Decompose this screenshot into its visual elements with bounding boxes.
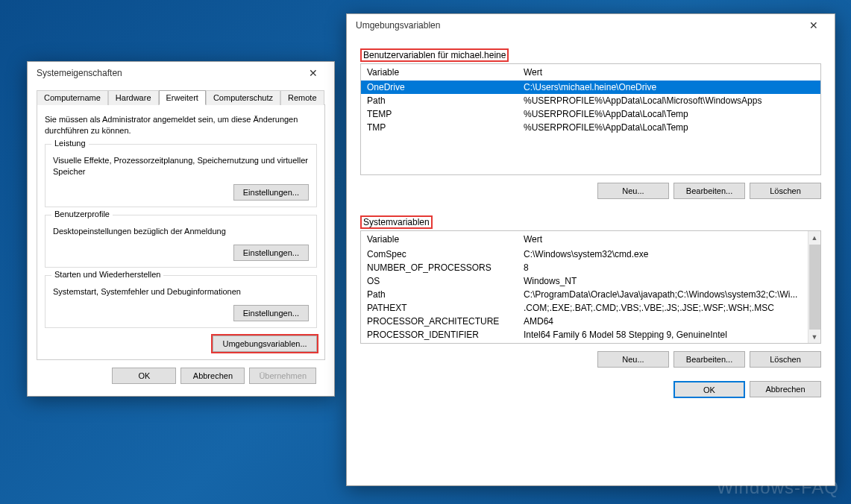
cell-value: .COM;.EXE;.BAT;.CMD;.VBS;.VBE;.JS;.JSE;.…	[518, 302, 808, 314]
cell-variable: Path	[361, 95, 518, 107]
cell-variable: OneDrive	[361, 81, 518, 93]
group-startup-desc: Systemstart, Systemfehler und Debuginfor…	[53, 286, 309, 297]
sys-vars-label: Systemvariablen	[362, 217, 431, 227]
cell-value: C:\ProgramData\Oracle\Java\javapath;C:\W…	[518, 289, 808, 300]
group-profiles-desc: Desktopeinstellungen bezüglich der Anmel…	[53, 226, 309, 237]
scroll-down-icon[interactable]: ▼	[808, 330, 821, 343]
cell-variable: ComSpec	[361, 248, 518, 260]
titlebar[interactable]: Umgebungsvariablen ✕	[347, 14, 835, 37]
group-startup-title: Starten und Wiederherstellen	[51, 270, 163, 279]
tab-remote[interactable]: Remote	[280, 90, 324, 105]
scrollbar[interactable]: ▲ ▼	[808, 231, 820, 343]
cell-variable: PROCESSOR_ARCHITECTURE	[361, 315, 518, 327]
cell-variable: TEMP	[361, 108, 518, 120]
group-startup: Starten und Wiederherstellen Systemstart…	[45, 275, 317, 328]
tab-advanced[interactable]: Erweitert	[159, 90, 206, 105]
sys-vars-list[interactable]: Variable Wert ComSpecC:\Windows\system32…	[360, 230, 821, 344]
titlebar[interactable]: Systemeigenschaften ✕	[28, 62, 334, 84]
user-delete-button[interactable]: Löschen	[750, 183, 821, 199]
cell-value: Intel64 Family 6 Model 58 Stepping 9, Ge…	[518, 329, 808, 341]
group-performance-title: Leistung	[51, 139, 89, 148]
user-edit-button[interactable]: Bearbeiten...	[673, 183, 745, 199]
table-row[interactable]: PROCESSOR_IDENTIFIERIntel64 Family 6 Mod…	[361, 328, 808, 341]
title-text: Systemeigenschaften	[37, 68, 122, 78]
group-performance-desc: Visuelle Effekte, Prozessorzeitplanung, …	[53, 155, 309, 177]
cell-value: %USERPROFILE%\AppData\Local\Temp	[518, 122, 820, 133]
list-header[interactable]: Variable Wert	[361, 231, 820, 248]
env-variables-dialog: Umgebungsvariablen ✕ Benutzervariablen f…	[346, 13, 835, 486]
watermark: Windows-FAQ	[717, 477, 839, 498]
group-profiles-title: Benutzerprofile	[51, 210, 113, 218]
tab-hardware[interactable]: Hardware	[108, 90, 159, 105]
table-row[interactable]: ComSpecC:\Windows\system32\cmd.exe	[361, 248, 808, 261]
table-row[interactable]: PROCESSOR_ARCHITECTUREAMD64	[361, 315, 808, 328]
list-header[interactable]: Variable Wert	[361, 64, 820, 81]
col-variable[interactable]: Variable	[361, 232, 518, 247]
tab-strip: Computername Hardware Erweitert Computer…	[37, 90, 325, 105]
user-vars-list[interactable]: Variable Wert OneDriveC:\Users\michael.h…	[360, 63, 821, 175]
scroll-thumb[interactable]	[809, 245, 820, 330]
table-row[interactable]: Path%USERPROFILE%\AppData\Local\Microsof…	[361, 94, 820, 107]
startup-settings-button[interactable]: Einstellungen...	[233, 305, 309, 321]
cancel-button[interactable]: Abbrechen	[180, 368, 245, 384]
cell-value: %USERPROFILE%\AppData\Local\Temp	[518, 108, 820, 120]
col-value[interactable]: Wert	[518, 232, 820, 247]
cell-variable: OS	[361, 275, 518, 287]
cell-value: AMD64	[518, 315, 808, 327]
tab-system-protection[interactable]: Computerschutz	[206, 90, 280, 105]
env-variables-button[interactable]: Umgebungsvariablen...	[213, 336, 317, 352]
group-performance: Leistung Visuelle Effekte, Prozessorzeit…	[45, 144, 317, 208]
title-text: Umgebungsvariablen	[356, 20, 440, 31]
table-row[interactable]: PATHEXT.COM;.EXE;.BAT;.CMD;.VBS;.VBE;.JS…	[361, 301, 808, 315]
performance-settings-button[interactable]: Einstellungen...	[233, 184, 309, 201]
table-row[interactable]: OneDriveC:\Users\michael.heine\OneDrive	[361, 81, 820, 94]
col-variable[interactable]: Variable	[361, 65, 518, 80]
col-value[interactable]: Wert	[518, 65, 820, 80]
sys-edit-button[interactable]: Bearbeiten...	[673, 351, 745, 368]
tab-pane-advanced: Sie müssen als Administrator angemeldet …	[37, 105, 325, 360]
cell-variable: PATHEXT	[361, 302, 518, 314]
cell-variable: Path	[361, 289, 518, 300]
table-row[interactable]: OSWindows_NT	[361, 274, 808, 288]
cell-variable: TMP	[361, 122, 518, 133]
cell-value: %USERPROFILE%\AppData\Local\Microsoft\Wi…	[518, 95, 820, 107]
cell-value: C:\Windows\system32\cmd.exe	[518, 248, 808, 260]
user-vars-label: Benutzervariablen für michael.heine	[362, 50, 507, 60]
group-profiles: Benutzerprofile Desktopeinstellungen bez…	[45, 215, 317, 268]
admin-note: Sie müssen als Administrator angemeldet …	[45, 114, 317, 136]
sys-delete-button[interactable]: Löschen	[750, 351, 821, 368]
close-icon[interactable]: ✕	[298, 63, 328, 84]
table-row[interactable]: TEMP%USERPROFILE%\AppData\Local\Temp	[361, 107, 820, 121]
profiles-settings-button[interactable]: Einstellungen...	[233, 245, 309, 261]
apply-button[interactable]: Übernehmen	[249, 368, 316, 384]
sys-new-button[interactable]: Neu...	[597, 351, 669, 368]
table-row[interactable]: NUMBER_OF_PROCESSORS8	[361, 261, 808, 274]
close-icon[interactable]: ✕	[799, 15, 829, 36]
ok-button[interactable]: OK	[112, 368, 176, 384]
user-new-button[interactable]: Neu...	[597, 183, 669, 199]
cancel-button[interactable]: Abbrechen	[750, 381, 821, 397]
scroll-up-icon[interactable]: ▲	[808, 231, 821, 244]
table-row[interactable]: TMP%USERPROFILE%\AppData\Local\Temp	[361, 121, 820, 134]
tab-computer-name[interactable]: Computername	[37, 90, 108, 105]
cell-variable: NUMBER_OF_PROCESSORS	[361, 262, 518, 274]
table-row[interactable]: PathC:\ProgramData\Oracle\Java\javapath;…	[361, 288, 808, 301]
ok-button[interactable]: OK	[673, 381, 745, 398]
cell-variable: PROCESSOR_IDENTIFIER	[361, 329, 518, 341]
cell-value: C:\Users\michael.heine\OneDrive	[518, 81, 820, 93]
cell-value: Windows_NT	[518, 275, 808, 287]
cell-value: 8	[518, 262, 808, 274]
system-properties-dialog: Systemeigenschaften ✕ Computername Hardw…	[27, 61, 335, 397]
